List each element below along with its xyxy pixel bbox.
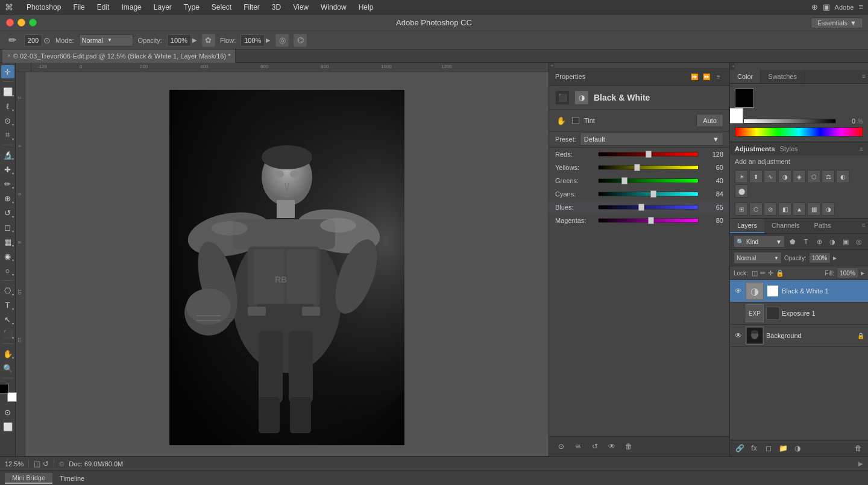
clone-tool[interactable]: ⊕ ▾ [1, 192, 14, 205]
expand-icon[interactable]: ⏩ [702, 72, 711, 81]
menu-file[interactable]: File [67, 2, 90, 13]
layers-filter-icon-2[interactable]: T [800, 236, 811, 247]
layers-kind-dropdown[interactable]: 🔍 Kind ▼ [734, 236, 785, 248]
brush-preset-icon[interactable]: ⊙ [43, 36, 51, 45]
background-color[interactable] [7, 392, 17, 402]
menu-layer[interactable]: Layer [148, 2, 178, 13]
layers-filter-toggle[interactable]: ◎ [854, 236, 864, 247]
color-lookup-icon[interactable]: ⬡ [749, 202, 763, 216]
eraser-tool[interactable]: ◻ ▾ [1, 221, 14, 234]
properties-visibility-icon[interactable]: 👁 [606, 440, 618, 452]
opacity-input[interactable] [167, 34, 191, 46]
vibrance-icon[interactable]: ◈ [793, 170, 806, 183]
preset-dropdown[interactable]: Default ▼ [580, 133, 723, 146]
menu-select[interactable]: Select [206, 2, 237, 13]
brush-tool[interactable]: ✏ ▾ [1, 177, 14, 190]
hand-tool-btn[interactable]: ✋ [555, 114, 567, 127]
selective-color-icon[interactable]: ◑ [822, 202, 835, 216]
rotate-icon[interactable]: ↺ [43, 460, 49, 468]
exposure-icon[interactable]: ◑ [778, 170, 791, 183]
layer-link-icon[interactable]: 🔗 [734, 443, 746, 454]
flow-expand-icon[interactable]: ▶ [266, 37, 271, 43]
magentas-slider-thumb[interactable] [648, 217, 654, 224]
opacity-expand-icon[interactable]: ▶ [833, 255, 837, 261]
properties-channels-icon[interactable]: ≋ [572, 440, 584, 452]
lock-image-icon[interactable]: ✏ [760, 269, 766, 277]
hsl-icon[interactable]: ⬡ [807, 170, 820, 183]
zoom-tool[interactable]: 🔍 [1, 361, 14, 375]
layer-visibility-eye[interactable]: 👁 [734, 331, 743, 340]
layers-tab[interactable]: Layers [730, 219, 764, 233]
properties-reset-icon[interactable]: ↺ [589, 440, 601, 452]
timeline-tab[interactable]: Timeline [52, 474, 92, 483]
layer-item-exposure[interactable]: EXP Exposure 1 [730, 302, 868, 325]
lock-position-icon[interactable]: ✛ [768, 269, 773, 277]
color-tab[interactable]: Color [730, 70, 761, 83]
opacity-value-input[interactable] [809, 252, 831, 263]
layers-filter-icon-4[interactable]: ◑ [827, 236, 838, 247]
lock-transparent-icon[interactable]: ◫ [752, 269, 758, 277]
layer-visibility-eye[interactable] [734, 308, 743, 318]
shape-tool[interactable]: ⬛ ▾ [1, 327, 14, 340]
color-balance-icon[interactable]: ⚖ [822, 170, 835, 183]
mini-bridge-tab[interactable]: Mini Bridge [5, 473, 52, 484]
blues-slider-thumb[interactable] [638, 204, 644, 211]
bw-adj-icon[interactable]: ◐ [836, 170, 849, 183]
layers-filter-icon-3[interactable]: ⊕ [814, 236, 825, 247]
airbrush-icon[interactable]: ✿ [202, 34, 215, 47]
auto-button[interactable]: Auto [696, 114, 723, 127]
foreground-swatch[interactable] [735, 89, 754, 108]
pen-tool[interactable]: ⎔ ▾ [1, 284, 14, 297]
k-slider[interactable] [743, 119, 836, 124]
layers-filter-icon-1[interactable]: ⬟ [787, 236, 798, 247]
mode-dropdown[interactable]: Normal ▼ [79, 34, 133, 46]
brush-tool-icon[interactable]: ✏ [5, 33, 19, 48]
threshold-icon[interactable]: ▲ [793, 202, 806, 216]
smoothing-icon[interactable]: ◎ [275, 34, 289, 47]
delete-layer-icon[interactable]: 🗑 [852, 443, 864, 454]
screen-mode-toggle[interactable]: ⬜ [1, 420, 14, 433]
layer-visibility-eye[interactable]: 👁 [734, 286, 743, 296]
right-collapse-bar[interactable]: ◂ [730, 63, 735, 70]
type-tool[interactable]: T ▾ [1, 298, 14, 311]
tablet-icon[interactable]: ⌬ [294, 34, 307, 47]
bw-icon[interactable]: ◑ [574, 90, 589, 105]
adjustments-menu-icon[interactable]: ≡ [860, 146, 863, 152]
workspace-dropdown[interactable]: Essentials ▼ [811, 17, 863, 28]
marquee-tool[interactable]: ⬜ ▾ [1, 85, 14, 98]
path-select-tool[interactable]: ↖ ▾ [1, 313, 14, 326]
layers-menu-icon[interactable]: ≡ [860, 219, 868, 233]
apple-menu[interactable]: ⌘ [5, 2, 13, 12]
move-tool[interactable]: ✛ [1, 65, 14, 78]
canvas-container[interactable]: RB Modify influence of blues in the resu… [25, 72, 549, 456]
channel-mixer-icon[interactable]: ⊞ [735, 202, 748, 216]
healing-tool[interactable]: ✚ ▾ [1, 163, 14, 176]
fill-expand-icon[interactable]: ▶ [861, 271, 864, 276]
quick-mask-toggle[interactable]: ⊙ [1, 405, 14, 419]
minimize-button[interactable] [17, 19, 25, 27]
lasso-tool[interactable]: ℓ ▾ [1, 99, 14, 113]
dodge-tool[interactable]: ○ ▾ [1, 264, 14, 277]
close-button[interactable] [6, 19, 14, 27]
create-group-icon[interactable]: 📁 [777, 443, 789, 454]
menu-type[interactable]: Type [178, 2, 206, 13]
layer-item-bw[interactable]: 👁 ◑ Black & White 1 [730, 280, 868, 302]
menu-photoshop[interactable]: Photoshop [20, 2, 67, 13]
properties-delete-icon[interactable]: 🗑 [623, 440, 635, 452]
yellows-slider-thumb[interactable] [634, 164, 640, 171]
styles-tab[interactable]: Styles [780, 145, 798, 152]
tint-checkbox[interactable] [572, 117, 579, 124]
create-adjustment-icon[interactable]: ◑ [791, 443, 804, 454]
photo-filter-icon[interactable]: ⬤ [735, 184, 748, 198]
greens-slider-thumb[interactable] [621, 177, 627, 184]
forward-icon[interactable]: ⏩ [690, 72, 699, 81]
reds-slider-thumb[interactable] [646, 151, 652, 158]
layer-item-background[interactable]: 👁 Background 🔒 [730, 325, 868, 347]
flow-input[interactable] [241, 34, 265, 46]
crop-tool[interactable]: ⌗ ▾ [1, 128, 14, 142]
menu-icon[interactable]: ≡ [714, 72, 723, 81]
add-mask-icon[interactable]: ◻ [763, 443, 775, 454]
foreground-color[interactable] [0, 384, 8, 393]
properties-clip-icon[interactable]: ⊙ [555, 440, 567, 452]
history-brush-tool[interactable]: ↺ ▾ [1, 206, 14, 219]
